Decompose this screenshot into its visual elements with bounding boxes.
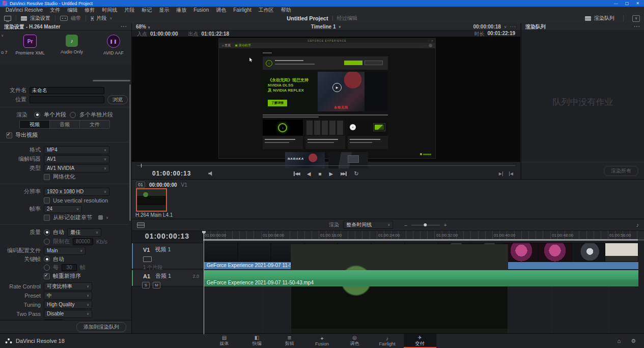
- speaker-icon[interactable]: [208, 171, 214, 176]
- media-page-tab[interactable]: ▤ 媒体: [208, 334, 241, 348]
- play-to-out-button[interactable]: ▶: [499, 171, 503, 176]
- clips-toolbar-button[interactable]: ]▪[ 片段 ∨: [91, 15, 112, 22]
- export-video-checkbox[interactable]: [6, 132, 12, 138]
- viewer-options-icon[interactable]: ···: [510, 24, 516, 30]
- viewer-zoom-select[interactable]: 68% ∨: [136, 24, 150, 30]
- minimize-button[interactable]: —: [614, 1, 618, 6]
- mute-button[interactable]: M: [153, 282, 160, 288]
- menu-trim[interactable]: 修剪: [81, 7, 98, 14]
- frame-reordering-checkbox[interactable]: [44, 273, 50, 279]
- quality-auto-radio[interactable]: [44, 229, 50, 236]
- menu-help[interactable]: 帮助: [277, 7, 295, 14]
- scrub-playhead[interactable]: [141, 164, 142, 167]
- video-clip[interactable]: GeForce Experience 2021-09-07 11-50-43.m…: [204, 243, 638, 269]
- zoom-in-icon[interactable]: +: [444, 222, 447, 228]
- menu-file[interactable]: 文件: [46, 7, 64, 14]
- location-input[interactable]: [30, 96, 104, 103]
- quality-auto-select[interactable]: 最佳∨: [67, 228, 101, 237]
- loop-button[interactable]: ↻: [354, 170, 358, 177]
- preset-partial[interactable]: ∨ o 7: [1, 34, 9, 55]
- codec-select[interactable]: AV1∨: [44, 155, 109, 163]
- cut-page-tab[interactable]: ◧ 快编: [241, 334, 273, 348]
- format-select[interactable]: MP4∨: [44, 146, 109, 154]
- timeline-ruler[interactable]: 01:00:00:00 01:00:08:00 01:00:16:00 01:0…: [203, 231, 644, 239]
- resolution-select[interactable]: 1920 x 1080 HD∨: [44, 188, 109, 196]
- home-icon[interactable]: ⌂: [617, 338, 621, 344]
- video-track-header[interactable]: V1 视频 1 1 个片段: [132, 243, 203, 269]
- menu-playback[interactable]: 播放: [173, 7, 190, 14]
- clean-feed-icon[interactable]: [4, 16, 11, 21]
- auto-select-icon[interactable]: [143, 256, 152, 262]
- fairlight-page-tab[interactable]: ♪ Fairlight: [371, 334, 404, 348]
- panel-options-icon[interactable]: ···: [121, 24, 127, 30]
- tab-audio[interactable]: 音频: [49, 121, 79, 128]
- chapters-checkbox[interactable]: [44, 215, 50, 221]
- goto-first-frame-button[interactable]: ◀◀: [293, 171, 299, 176]
- menu-edit[interactable]: 编辑: [64, 7, 81, 14]
- solo-button[interactable]: S: [142, 282, 150, 288]
- menu-timeline[interactable]: 时间线: [98, 7, 121, 14]
- viewer-scrub-bar[interactable]: [137, 164, 515, 167]
- job-thumbnail[interactable]: [136, 188, 167, 212]
- framerate-select[interactable]: 24∨: [44, 205, 82, 213]
- close-button[interactable]: ✕: [636, 1, 639, 6]
- menu-davinci[interactable]: DaVinci Resolve: [2, 7, 46, 13]
- marker-color-swatch[interactable]: [98, 215, 103, 220]
- preset-horizontal-scrollbar[interactable]: [93, 80, 130, 81]
- settings-vertical-scrollbar[interactable]: [129, 84, 131, 221]
- menu-mark[interactable]: 标记: [138, 7, 155, 14]
- zoom-slider[interactable]: [411, 225, 440, 225]
- settings-gear-icon[interactable]: ⚙: [631, 338, 636, 344]
- browse-button[interactable]: 浏览: [107, 95, 128, 104]
- tab-video[interactable]: 视频: [20, 121, 49, 128]
- filename-input[interactable]: [30, 87, 104, 94]
- zoom-slider-handle[interactable]: [424, 223, 427, 226]
- keyframes-every-radio[interactable]: [44, 265, 50, 271]
- keyframe-interval-input[interactable]: [62, 264, 77, 271]
- menu-clip[interactable]: 片段: [121, 7, 138, 14]
- audio-track-header[interactable]: A1 音频 1 2.0 S M: [132, 270, 203, 286]
- quality-limit-radio[interactable]: [44, 239, 50, 245]
- maximize-button[interactable]: ▢: [625, 1, 629, 6]
- add-to-render-queue-button[interactable]: 添加到渲染队列: [76, 322, 126, 332]
- preset-audio-only[interactable]: ♪ Audio Only: [57, 35, 87, 54]
- step-back-button[interactable]: ◀: [307, 171, 311, 177]
- render-settings-toolbar-button[interactable]: 渲染设置: [21, 15, 50, 22]
- preset-premiere-xml[interactable]: Pr Premiere XML: [15, 35, 45, 55]
- stop-button[interactable]: ■: [318, 171, 321, 177]
- render-all-button[interactable]: 渲染所有: [604, 166, 638, 176]
- timeline-select[interactable]: Timeline 1 ∨: [311, 24, 341, 30]
- tuning-select[interactable]: High Quality∨: [44, 301, 92, 309]
- goto-last-frame-button[interactable]: ▶▶: [341, 171, 346, 176]
- bitrate-input[interactable]: [73, 238, 93, 245]
- render-queue-toggle-icon[interactable]: ∨: [632, 15, 640, 22]
- queue-options-icon[interactable]: ···: [634, 24, 640, 30]
- audio-clip[interactable]: GeForce Experience 2021-09-07 11-50-43.m…: [204, 270, 638, 286]
- play-from-in-button[interactable]: ◀: [509, 171, 513, 176]
- tape-toolbar-button[interactable]: 磁带: [60, 15, 81, 22]
- render-queue-toolbar-button[interactable]: 渲染队列: [585, 15, 614, 22]
- menu-view[interactable]: 显示: [155, 7, 173, 14]
- playhead[interactable]: [204, 231, 204, 334]
- menu-color[interactable]: 调色: [212, 7, 230, 14]
- edit-page-tab[interactable]: ≣ 剪辑: [273, 334, 306, 348]
- preset-avid-aaf[interactable]: ❚❚ AVID AAF: [99, 35, 128, 55]
- keyframes-auto-radio[interactable]: [44, 256, 50, 262]
- audio-waveform-icon[interactable]: ♪: [636, 222, 639, 228]
- preset-select[interactable]: 中∨: [44, 292, 92, 300]
- menu-fusion[interactable]: Fusion: [190, 7, 212, 13]
- fusion-page-tab[interactable]: ✦ Fusion: [306, 334, 339, 348]
- rate-control-select[interactable]: 可变比特率∨: [44, 282, 92, 291]
- radio-multiple-clips[interactable]: [70, 112, 76, 118]
- menu-workspace[interactable]: 工作区: [255, 7, 277, 14]
- vertical-resolution-checkbox[interactable]: [44, 197, 50, 204]
- profile-select[interactable]: Main∨: [44, 247, 86, 255]
- deliver-page-tab[interactable]: ✈ 交付: [404, 334, 436, 348]
- two-pass-select[interactable]: Disable∨: [44, 310, 92, 318]
- render-range-select[interactable]: 整条时间线 ∨: [343, 221, 393, 229]
- network-optimization-checkbox[interactable]: [44, 174, 50, 180]
- encoder-type-select[interactable]: AV1 NVIDIA∨: [44, 164, 109, 172]
- tab-file[interactable]: 文件: [79, 121, 109, 128]
- zoom-out-icon[interactable]: –: [404, 222, 407, 228]
- menu-fairlight[interactable]: Fairlight: [230, 7, 255, 13]
